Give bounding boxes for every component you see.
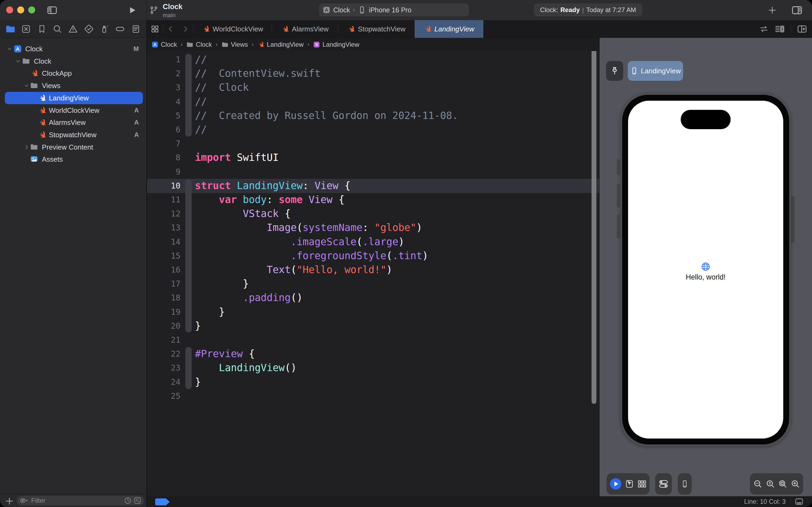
line-number[interactable]: 16 bbox=[147, 263, 180, 277]
fold-ribbon-capsule[interactable] bbox=[185, 179, 192, 332]
toggle-inspector-icon[interactable] bbox=[791, 5, 803, 15]
source-editor[interactable]: 1234567891011121314151617181920212223242… bbox=[147, 51, 599, 496]
breakpoints-toggle[interactable] bbox=[155, 498, 170, 505]
breadcrumb-item-landingview[interactable]: SLandingView bbox=[313, 41, 359, 48]
sidebar-item-stopwatchview[interactable]: StopwatchViewA bbox=[0, 129, 147, 141]
filter-field[interactable]: Filter bbox=[17, 496, 144, 505]
toggle-debug-area-icon[interactable] bbox=[794, 497, 805, 506]
line-number[interactable]: 5 bbox=[147, 109, 180, 123]
add-item-button[interactable] bbox=[5, 497, 14, 506]
line-number[interactable]: 2 bbox=[147, 67, 180, 80]
go-back-button[interactable] bbox=[163, 20, 178, 38]
minimize-window-button[interactable] bbox=[17, 6, 24, 13]
line-number[interactable]: 12 bbox=[147, 207, 180, 221]
recent-files-icon[interactable] bbox=[124, 497, 131, 504]
zoom-actual-size-button[interactable] bbox=[765, 479, 775, 489]
sidebar-item-clock[interactable]: ClockM bbox=[0, 43, 147, 55]
breadcrumb-item-views[interactable]: Views bbox=[222, 41, 248, 48]
source-control-status-icon[interactable] bbox=[134, 497, 141, 504]
variants-mode-button[interactable] bbox=[637, 479, 647, 489]
breadcrumb-item-clock[interactable]: Clock bbox=[152, 41, 177, 48]
navigator-tab-source-control-icon[interactable] bbox=[21, 23, 32, 35]
disclosure-down-icon[interactable] bbox=[15, 58, 21, 64]
navigator-tab-bookmarks-icon[interactable] bbox=[37, 23, 47, 35]
line-number[interactable]: 14 bbox=[147, 235, 180, 249]
live-preview-button[interactable] bbox=[610, 478, 622, 490]
editor-tab-alarmsview[interactable]: AlarmsView bbox=[272, 20, 338, 38]
zoom-out-button[interactable] bbox=[753, 479, 763, 489]
sidebar-item-worldclockview[interactable]: WorldClockViewA bbox=[0, 104, 147, 117]
navigator-tab-debug-gauge-icon[interactable] bbox=[99, 23, 110, 35]
scheme-device-label[interactable]: iPhone 16 Pro bbox=[369, 6, 411, 14]
line-number[interactable]: 11 bbox=[147, 193, 180, 207]
fold-ribbon-capsule[interactable] bbox=[185, 347, 192, 389]
scheme-target-label[interactable]: Clock bbox=[333, 6, 350, 14]
sidebar-item-assets[interactable]: Assets bbox=[0, 153, 147, 165]
line-number[interactable]: 8 bbox=[147, 151, 180, 165]
navigator-tab-reports-icon[interactable] bbox=[130, 23, 141, 35]
device-settings-button[interactable] bbox=[655, 473, 672, 495]
line-number[interactable]: 19 bbox=[147, 305, 180, 319]
add-editor-icon[interactable] bbox=[797, 24, 807, 34]
preview-screen[interactable]: Hello, world! bbox=[628, 101, 783, 439]
line-number[interactable]: 7 bbox=[147, 137, 180, 151]
breadcrumb-item-landingview[interactable]: LandingView bbox=[257, 41, 304, 48]
zoom-to-fit-button[interactable] bbox=[778, 479, 788, 489]
close-window-button[interactable] bbox=[6, 6, 13, 13]
line-number[interactable]: 3 bbox=[147, 80, 180, 95]
editor-tab-stopwatchview[interactable]: StopwatchView bbox=[338, 20, 415, 38]
navigator-tab-breakpoints-icon[interactable] bbox=[115, 23, 125, 35]
filter-funnel-icon[interactable] bbox=[20, 497, 28, 505]
sidebar-item-views[interactable]: Views bbox=[0, 79, 147, 92]
activity-status[interactable]: Clock: Ready | Today at 7:27 AM bbox=[534, 3, 642, 16]
navigator-tab-find-icon[interactable] bbox=[52, 23, 63, 35]
zoom-in-button[interactable] bbox=[791, 479, 800, 489]
sidebar-item-preview-content[interactable]: Preview Content bbox=[0, 141, 147, 153]
navigator-tab-tests-icon[interactable] bbox=[83, 23, 94, 35]
line-number[interactable]: 17 bbox=[147, 277, 180, 291]
pin-preview-button[interactable] bbox=[606, 61, 623, 81]
line-number[interactable]: 18 bbox=[147, 291, 180, 305]
related-items-icon[interactable] bbox=[147, 20, 163, 38]
navigator-tab-issues-icon[interactable] bbox=[68, 23, 78, 35]
navigator-split-divider[interactable] bbox=[147, 20, 147, 507]
sidebar-item-clockapp[interactable]: ClockApp bbox=[0, 67, 147, 79]
sidebar-item-clock[interactable]: Clock bbox=[0, 55, 147, 67]
editor-tab-landingview[interactable]: LandingView bbox=[415, 20, 483, 38]
line-number[interactable]: 22 bbox=[147, 347, 180, 361]
preview-target-pill[interactable]: LandingView bbox=[628, 61, 683, 81]
line-number[interactable]: 6 bbox=[147, 123, 180, 137]
fold-ribbon-capsule[interactable] bbox=[185, 54, 192, 137]
line-number[interactable]: 13 bbox=[147, 221, 180, 235]
new-tab-button[interactable] bbox=[767, 5, 777, 15]
editor-scrollbar[interactable] bbox=[591, 51, 596, 404]
toggle-navigator-icon[interactable] bbox=[46, 5, 58, 15]
line-number[interactable]: 20 bbox=[147, 319, 180, 333]
selectable-mode-button[interactable] bbox=[625, 479, 634, 489]
editor-tab-worldclockview[interactable]: WorldClockView bbox=[193, 20, 272, 38]
line-number[interactable]: 10 bbox=[147, 179, 180, 193]
line-number[interactable]: 21 bbox=[147, 333, 180, 347]
line-number[interactable]: 4 bbox=[147, 95, 180, 109]
zoom-window-button[interactable] bbox=[28, 6, 35, 13]
code-review-icon[interactable] bbox=[759, 24, 769, 34]
adjust-editor-options-icon[interactable] bbox=[775, 24, 785, 34]
preview-device-button[interactable] bbox=[678, 473, 692, 495]
scheme-selector[interactable]: Clock › iPhone 16 Pro bbox=[319, 3, 469, 16]
line-column-indicator[interactable]: Line: 10 Col: 3 bbox=[744, 498, 786, 505]
run-button[interactable] bbox=[127, 5, 137, 15]
sidebar-item-landingview[interactable]: LandingView bbox=[0, 92, 147, 104]
line-number[interactable]: 1 bbox=[147, 53, 180, 67]
sidebar-item-alarmsview[interactable]: AlarmsViewA bbox=[0, 116, 147, 129]
go-forward-button[interactable] bbox=[178, 20, 193, 38]
line-number[interactable]: 15 bbox=[147, 249, 180, 263]
line-number[interactable]: 25 bbox=[147, 389, 180, 403]
breadcrumb-item-clock[interactable]: Clock bbox=[186, 41, 212, 48]
disclosure-down-icon[interactable] bbox=[6, 46, 12, 52]
line-number[interactable]: 24 bbox=[147, 375, 180, 389]
line-number[interactable]: 9 bbox=[147, 165, 180, 179]
line-number[interactable]: 23 bbox=[147, 361, 180, 375]
disclosure-right-icon[interactable] bbox=[23, 144, 30, 150]
navigator-tab-project-navigator-icon[interactable] bbox=[5, 23, 16, 35]
disclosure-down-icon[interactable] bbox=[23, 83, 30, 89]
